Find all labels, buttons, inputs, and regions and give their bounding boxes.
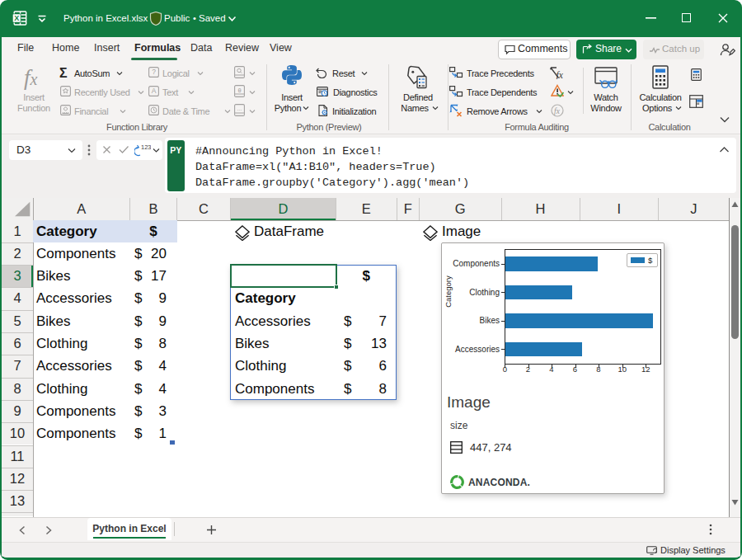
svg-text:X: X	[14, 14, 19, 22]
svg-text:θ: θ	[237, 87, 241, 94]
svg-text:A: A	[152, 87, 157, 95]
svg-text:123: 123	[141, 144, 151, 151]
svg-text:fx: fx	[554, 107, 561, 115]
svg-text:...: ...	[237, 106, 242, 111]
svg-text:fx: fx	[556, 70, 564, 80]
svg-text:?: ?	[152, 68, 156, 76]
